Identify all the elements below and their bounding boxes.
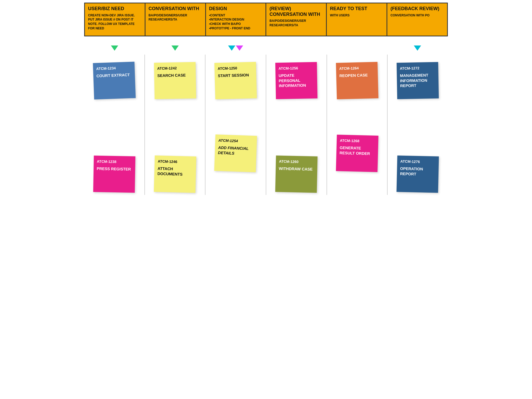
note-1256[interactable]: ATCM-1256 UPDATE PERSONAL INFORMATION (275, 62, 317, 99)
note-1272[interactable]: ATCM-1272 MANAGEMENT INFORMATION REPORT (397, 62, 439, 99)
header-row: USER/BIZ NEED CREATE NON-DEV JIRA ISSUE.… (84, 3, 448, 36)
arrow-head-2 (171, 45, 179, 51)
note-1272-title: MANAGEMENT INFORMATION REPORT (400, 73, 436, 88)
note-1246-id: ATCM-1246 (158, 159, 193, 164)
header-subtitle-feedback: CONVERSATION WITH PO (390, 13, 444, 18)
header-subtitle-ready: WITH USERS (330, 13, 383, 18)
note-1260-title: WITHDRAW CASE (279, 166, 314, 172)
note-1260-id: ATCM-1260 (279, 159, 314, 164)
arrow-cell-5 (327, 36, 387, 55)
note-1234-id: ATCM-1234 (96, 66, 131, 71)
header-title-review: (REVIEW) CONVERSATION WITH (269, 6, 323, 17)
note-1260[interactable]: ATCM-1260 WITHDRAW CASE (275, 155, 317, 193)
note-1268-id: ATCM-1268 (340, 138, 375, 143)
note-1246-title: ATTACH DOCUMENTS (157, 166, 193, 177)
note-1276-title: OPERATION REPORT (400, 166, 436, 177)
arrow-cell-4 (266, 36, 327, 55)
column-conversation: ATCM-1242 SEARCH CASE ATCM-1246 ATTACH D… (144, 55, 205, 195)
note-1268-title: GENERATE RESULT ORDER (339, 145, 375, 156)
arrow-cell-3 (205, 36, 266, 55)
arrow-head-1 (111, 45, 118, 51)
note-1250[interactable]: ATCM-1250 START SESSION (214, 62, 257, 99)
note-1242[interactable]: ATCM-1242 SEARCH CASE (154, 62, 196, 99)
header-title-conversation: CONVERSATION WITH (149, 6, 202, 12)
header-subtitle-conversation: BA/PO/DESIGNERS/USER RESEARCHERS/TA (149, 13, 202, 22)
note-1234-title: COURT EXTRACT (96, 72, 132, 79)
content-area: ATCM-1234 COURT EXTRACT ATCM-1238 PRESS … (84, 55, 448, 195)
note-1256-title: UPDATE PERSONAL INFORMATION (278, 73, 314, 88)
note-1264[interactable]: ATCM-1264 REOPEN CASE (336, 62, 378, 99)
column-user-biz-need: ATCM-1234 COURT EXTRACT ATCM-1238 PRESS … (84, 55, 144, 195)
note-1234[interactable]: ATCM-1234 COURT EXTRACT (93, 62, 136, 99)
arrow-head-3a (228, 45, 235, 51)
note-1264-title: REOPEN CASE (339, 72, 375, 78)
note-1238[interactable]: ATCM-1238 PRESS REGISTER (93, 156, 135, 193)
header-title-feedback: (FEEDBACK REVIEW) (390, 6, 444, 12)
column-ready-to-test: ATCM-1264 REOPEN CASE ATCM-1268 GENERATE… (327, 55, 387, 195)
note-1238-id: ATCM-1238 (97, 159, 132, 164)
header-subtitle-design: •CONTENT•INTERACTION DESIGN•CHECK WITH B… (209, 13, 263, 31)
arrow-row (84, 36, 448, 55)
header-user-biz-need: USER/BIZ NEED CREATE NON-DEV JIRA ISSUE.… (84, 3, 145, 36)
header-subtitle-review: BA/PO/DESIGNER/USER RESEARCHERS/TA (269, 19, 323, 28)
header-feedback-review: (FEEDBACK REVIEW) CONVERSATION WITH PO (387, 3, 448, 36)
note-1250-title: START SESSION (218, 72, 253, 78)
header-title-ready: READY TO TEST (330, 6, 383, 12)
note-1238-title: PRESS REGISTER (97, 166, 132, 172)
note-1272-id: ATCM-1272 (400, 66, 435, 70)
header-conversation-with: CONVERSATION WITH BA/PO/DESIGNERS/USER R… (145, 3, 206, 36)
header-ready-to-test: READY TO TEST WITH USERS (327, 3, 387, 36)
column-design: ATCM-1250 START SESSION ATCM-1254 ADD FI… (205, 55, 266, 195)
arrow-head-6 (414, 45, 421, 51)
note-1246[interactable]: ATCM-1246 ATTACH DOCUMENTS (154, 155, 196, 193)
note-1268[interactable]: ATCM-1268 GENERATE RESULT ORDER (336, 135, 378, 172)
note-1254-id: ATCM-1254 (218, 138, 254, 144)
kanban-board: USER/BIZ NEED CREATE NON-DEV JIRA ISSUE.… (84, 0, 448, 198)
arrow-cell-2 (145, 36, 205, 55)
note-1264-id: ATCM-1264 (339, 66, 374, 71)
header-design: DESIGN •CONTENT•INTERACTION DESIGN•CHECK… (206, 3, 267, 36)
column-feedback-review: ATCM-1272 MANAGEMENT INFORMATION REPORT … (387, 55, 448, 195)
note-1242-title: SEARCH CASE (157, 73, 192, 78)
header-title-design: DESIGN (209, 6, 263, 12)
note-1276[interactable]: ATCM-1276 OPERATION REPORT (397, 155, 439, 193)
note-1256-id: ATCM-1256 (278, 66, 314, 70)
header-review-conversation: (REVIEW) CONVERSATION WITH BA/PO/DESIGNE… (266, 3, 327, 36)
note-1254[interactable]: ATCM-1254 ADD FINANCIAL DETAILS (214, 134, 257, 172)
arrow-cell-1 (84, 36, 145, 55)
arrow-head-3b (236, 45, 243, 51)
note-1250-id: ATCM-1250 (218, 66, 253, 71)
header-title-user-biz-need: USER/BIZ NEED (88, 6, 142, 12)
note-1276-id: ATCM-1276 (400, 159, 436, 164)
arrow-cell-6 (387, 36, 448, 55)
note-1242-id: ATCM-1242 (157, 66, 192, 70)
note-1254-title: ADD FINANCIAL DETAILS (218, 145, 254, 156)
column-review: ATCM-1256 UPDATE PERSONAL INFORMATION AT… (266, 55, 327, 195)
header-subtitle-user-biz-need: CREATE NON-DEV JIRA ISSUE. PUT JIRA ISSU… (88, 13, 142, 31)
